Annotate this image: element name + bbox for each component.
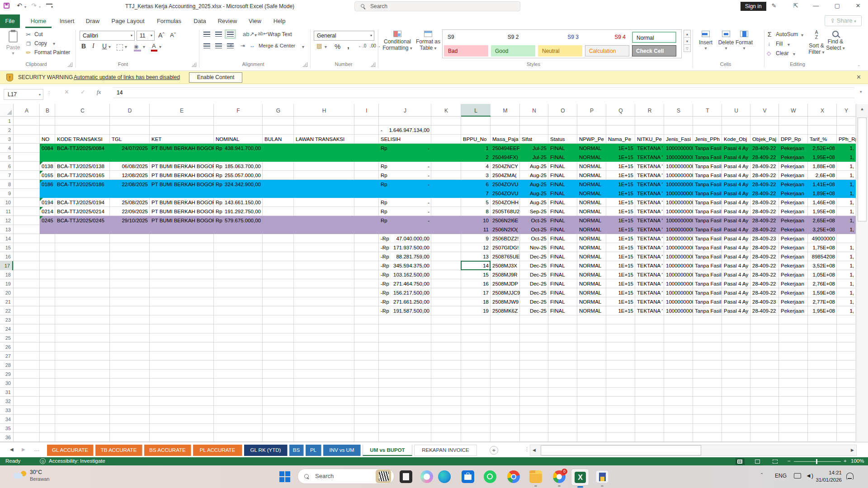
cell-F4[interactable]: Rp438.941.700,00 [214,144,263,153]
cell-S3[interactable]: Jenis_Fasi [664,135,693,144]
cell-X14[interactable]: 49000000 [808,234,837,243]
copilot-icon[interactable] [420,470,433,483]
cell-Y21[interactable]: 1, [837,297,856,306]
cell-T3[interactable]: Jenis_PPh [693,135,722,144]
cell-R10[interactable]: TEKTANA ' [635,198,664,207]
cell-N11[interactable]: Sep-25 [520,207,548,216]
close-button[interactable]: ✕ [853,2,863,9]
cell-Q17[interactable]: 1E+15 [606,261,635,270]
cell-T16[interactable]: Tanpa Fasil [693,252,722,261]
cell-W13[interactable]: Pekerjaan [779,225,808,234]
cell-P15[interactable]: NORMAL [577,243,606,252]
cell-X22[interactable]: 1,95E+08 [808,306,837,315]
row-header-35[interactable]: 35 [0,424,13,433]
row-header-19[interactable]: 19 [0,279,13,288]
tab-view[interactable]: View [245,14,265,28]
cell-J20[interactable]: -Rp156.217.500,00 [379,288,431,297]
cell-Y20[interactable]: 1, [837,288,856,297]
cell-M4[interactable]: 250494EEF [491,144,520,153]
cell-V10[interactable]: 28-409-22 [750,198,779,207]
cell-L6[interactable]: 4 [461,162,491,171]
gallery-more-icon[interactable]: ▽ [684,44,691,52]
cell-S9[interactable]: 1000000000 [664,189,693,198]
cell-V9[interactable]: 28-409-22 [750,189,779,198]
cell-J22[interactable]: -Rp191.587.500,00 [379,306,431,315]
tab-draw[interactable]: Draw [82,14,103,28]
cell-C11[interactable]: BCA-TTJ/2025/0214 [55,207,110,216]
zoom-level[interactable]: 100% [851,458,864,464]
cell-R9[interactable]: TEKTANA ' [635,189,664,198]
format-painter-button[interactable]: Format Painter [34,49,70,56]
cell-W17[interactable]: Pekerjaan [779,261,808,270]
row-header-2[interactable]: 2 [0,126,13,135]
cell-T21[interactable]: Tanpa Fasil [693,297,722,306]
cell-P7[interactable]: NORMAL [577,171,606,180]
cell-T14[interactable]: Tanpa Fasil [693,234,722,243]
minimize-button[interactable]: — [811,2,821,9]
cell-V6[interactable]: 28-409-22 [750,162,779,171]
cell-V18[interactable]: 28-409-22 [750,270,779,279]
percent-style-icon[interactable]: % [335,42,340,50]
cell-J15[interactable]: -Rp171.937.500,00 [379,243,431,252]
column-header-M[interactable]: M [491,104,520,117]
cell-L8[interactable]: 6 [461,180,491,189]
row-header-28[interactable]: 28 [0,361,13,370]
find-select-button[interactable]: Find & Select ▾ [824,31,847,51]
cell-Q15[interactable]: 1E+15 [606,243,635,252]
status-accessibility[interactable]: Accessibility: Investigate [49,458,105,464]
cell-O19[interactable]: FINAL [548,279,577,288]
cell-P20[interactable]: NORMAL [577,288,606,297]
name-box[interactable]: L17▾ [4,89,43,100]
cell-X9[interactable]: 1,89E+08 [808,189,837,198]
column-header-W[interactable]: W [779,104,808,117]
network-icon[interactable] [794,473,801,479]
select-all-corner[interactable] [0,104,14,117]
font-launcher[interactable] [192,62,196,67]
cell-O14[interactable]: FINAL [548,234,577,243]
cell-O4[interactable]: FINAL [548,144,577,153]
cell-O18[interactable]: FINAL [548,270,577,279]
underline-button[interactable]: U [102,42,107,50]
copy-button[interactable]: Copy [34,40,47,47]
prev-sheet-icon[interactable]: ◀ [10,447,14,452]
cell-U11[interactable]: Pasal 4 Ay [722,207,750,216]
formula-input[interactable]: 14 [113,87,854,98]
cell-X6[interactable]: 1,88E+08 [808,162,837,171]
cell-S6[interactable]: 1000000000 [664,162,693,171]
cell-J10[interactable]: Rp- [379,198,431,207]
cell-L4[interactable]: 1 [461,144,491,153]
fill-icon[interactable]: ↓ [768,41,770,47]
volume-icon[interactable]: ◄) [806,472,813,479]
cell-style-neutral[interactable]: Neutral [538,45,582,56]
column-header-L[interactable]: L [461,104,491,117]
cell-T13[interactable]: Tanpa Fasil [693,225,722,234]
cell-O20[interactable]: FINAL [548,288,577,297]
cell-style-calculation[interactable]: Calculation [585,45,629,56]
cell-L5[interactable]: 2 [461,153,491,162]
increase-decimal-icon[interactable]: ←.0 [358,43,366,48]
cell-E10[interactable]: PT BUMI BERKAH BOGOR [150,198,214,207]
language-indicator[interactable]: ENG [775,473,787,479]
cell-E12[interactable]: PT BUMI BERKAH BOGOR [150,216,214,225]
cell-Y12[interactable]: 1, [837,216,856,225]
cell-H3[interactable]: LAWAN TRANSAKSI [294,135,354,144]
cell-X7[interactable]: 2,6E+08 [808,171,837,180]
cell-L19[interactable]: 16 [461,279,491,288]
column-header-P[interactable]: P [577,104,606,117]
row-header-11[interactable]: 11 [0,207,13,216]
cell-N7[interactable]: Aug-25 [520,171,548,180]
sheet-tab-tb-accurate[interactable]: TB ACCURATE [95,445,142,456]
cell-P3[interactable]: NPWP_Pe [577,135,606,144]
cell-V22[interactable]: 28-409-22 [750,306,779,315]
cell-N12[interactable]: Oct-25 [520,216,548,225]
cell-O7[interactable]: FINAL [548,171,577,180]
row-header-30[interactable]: 30 [0,379,13,388]
cell-E8[interactable]: PT BUMI BERKAH BOGOR [150,180,214,189]
cell-Q9[interactable]: 1E+15 [606,189,635,198]
cell-W12[interactable]: Pekerjaan [779,216,808,225]
cell-J7[interactable]: Rp- [379,171,431,180]
cell-Y3[interactable]: PPh_Rp [837,135,856,144]
enter-formula-icon[interactable]: ✓ [80,89,85,95]
cell-C12[interactable]: BCA-TTJ/2025/0245 [55,216,110,225]
cell-M7[interactable]: 2504ZMA( [491,171,520,180]
